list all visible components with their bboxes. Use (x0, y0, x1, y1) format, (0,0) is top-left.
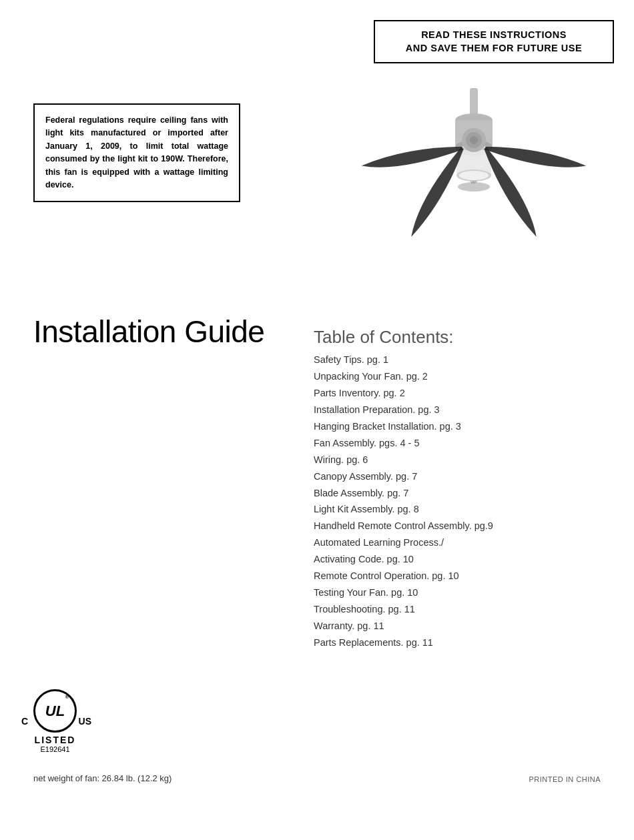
instructions-box: READ THESE INSTRUCTIONS AND SAVE THEM FO… (374, 20, 614, 63)
toc-item: Parts Replacements. pg. 11 (314, 635, 607, 651)
toc-item: Fan Assembly. pgs. 4 - 5 (314, 435, 607, 452)
svg-point-10 (470, 136, 478, 144)
fan-illustration: WIP (360, 87, 587, 274)
toc-item: Unpacking Your Fan. pg. 2 (314, 368, 607, 385)
toc-item: Handheld Remote Control Assembly. pg.9 (314, 518, 607, 534)
toc-item: Light Kit Assembly. pg. 8 (314, 501, 607, 518)
federal-text: Federal regulations require ceiling fans… (45, 114, 228, 191)
toc-items: Safety Tips. pg. 1Unpacking Your Fan. pg… (314, 352, 607, 651)
toc-item: Warranty. pg. 11 (314, 618, 607, 635)
ul-registered: ® (65, 695, 69, 699)
ul-logo: C UL ® US LISTED E192641 (33, 689, 77, 753)
ul-letters: UL (45, 703, 65, 720)
ul-c-label: C (21, 716, 28, 727)
net-weight: net weight of fan: 26.84 lb. (12.2 kg) (33, 773, 172, 783)
ul-circle: UL ® (33, 689, 77, 733)
federal-regulations-box: Federal regulations require ceiling fans… (33, 103, 240, 202)
toc-section: Table of Contents: Safety Tips. pg. 1Unp… (314, 327, 607, 651)
toc-item: Troubleshooting. pg. 11 (314, 601, 607, 618)
ul-number: E192641 (40, 745, 69, 753)
toc-item: Hanging Bracket Installation. pg. 3 (314, 418, 607, 435)
install-title: Installation Guide (33, 314, 264, 350)
instructions-line1: READ THESE INSTRUCTIONS (421, 29, 567, 40)
ul-us-label: US (79, 716, 91, 727)
svg-text:WIP: WIP (470, 180, 477, 184)
page: READ THESE INSTRUCTIONS AND SAVE THEM FO… (0, 0, 634, 840)
fan-image: WIP (347, 80, 601, 280)
toc-item: Testing Your Fan. pg. 10 (314, 584, 607, 601)
toc-item: Parts Inventory. pg. 2 (314, 385, 607, 402)
toc-title: Table of Contents: (314, 327, 607, 348)
toc-item: Remote Control Operation. pg. 10 (314, 568, 607, 584)
instructions-line2: AND SAVE THEM FOR FUTURE USE (406, 43, 582, 53)
toc-item: Activating Code. pg. 10 (314, 551, 607, 568)
toc-item: Automated Learning Process./ (314, 534, 607, 551)
toc-item: Blade Assembly. pg. 7 (314, 485, 607, 502)
svg-point-7 (459, 171, 489, 180)
toc-item: Installation Preparation. pg. 3 (314, 402, 607, 418)
toc-item: Wiring. pg. 6 (314, 452, 607, 468)
printed-in-china: PRINTED IN CHINA (529, 775, 601, 783)
toc-item: Safety Tips. pg. 1 (314, 352, 607, 368)
ul-listed-text: LISTED (35, 735, 76, 745)
toc-item: Canopy Assembly. pg. 7 (314, 468, 607, 485)
